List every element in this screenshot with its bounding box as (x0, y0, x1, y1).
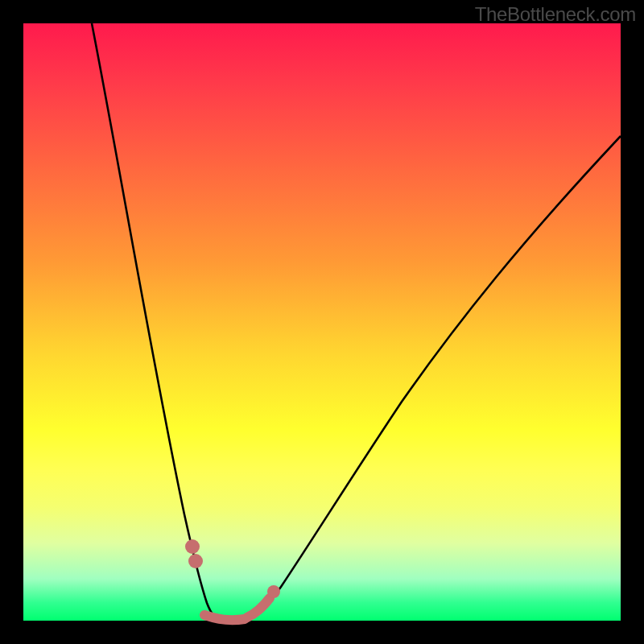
highlight-dot-right-top (267, 585, 280, 598)
chart-frame: TheBottleneck.com (0, 0, 644, 644)
watermark-text: TheBottleneck.com (475, 3, 636, 26)
highlight-dot-left-upper (185, 539, 200, 554)
highlight-right-start (247, 598, 270, 617)
highlight-dot-left-lower (188, 554, 203, 568)
curve-right-branch (242, 136, 621, 620)
curve-left-branch (92, 23, 223, 620)
highlight-valley-floor (204, 615, 245, 620)
curve-layer (23, 23, 621, 621)
plot-area (23, 23, 621, 621)
